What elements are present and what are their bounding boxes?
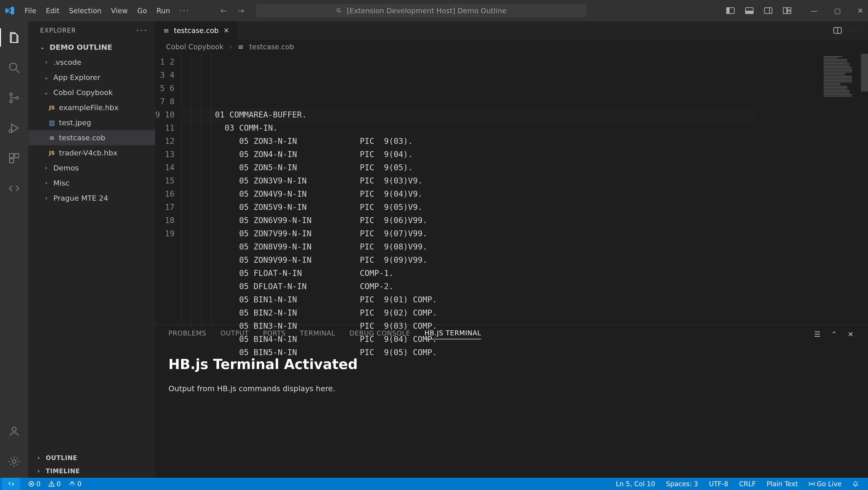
nav-forward-icon[interactable]: →: [238, 6, 244, 15]
tree-root[interactable]: ⌄ DEMO OUTLINE: [28, 40, 155, 55]
close-icon[interactable]: ✕: [857, 7, 863, 15]
chevron-right-icon: ›: [35, 455, 42, 461]
tree-folder[interactable]: ›Misc: [28, 175, 155, 191]
editor-area: ≡ testcase.cob ✕ ··· Cobol Copybook › ≡ …: [155, 21, 868, 478]
editor-tab-actions: ···: [833, 21, 868, 40]
toggle-primary-sidebar-icon[interactable]: [726, 7, 735, 14]
status-ports[interactable]: 0: [69, 480, 82, 488]
tree-item-label: test.jpeg: [59, 118, 91, 127]
layout-controls: [726, 7, 792, 14]
search-activity-icon[interactable]: [7, 61, 21, 74]
breadcrumb-separator-icon: ›: [229, 43, 232, 51]
status-errors-count: 0: [36, 480, 40, 488]
svg-line-1: [340, 11, 341, 12]
explorer-sidebar: EXPLORER ··· ⌄ DEMO OUTLINE ›.vscode⌄App…: [28, 21, 155, 478]
chevron-right-icon: ›: [42, 59, 50, 66]
extensions-icon[interactable]: [7, 152, 21, 165]
tree-item-label: Prague MTE 24: [53, 194, 108, 202]
minimize-icon[interactable]: —: [811, 7, 818, 15]
status-notifications-icon[interactable]: [852, 481, 859, 487]
settings-gear-icon[interactable]: [7, 455, 21, 468]
status-ports-count: 0: [78, 480, 82, 488]
run-debug-icon[interactable]: [7, 121, 21, 135]
status-ln-col[interactable]: Ln 5, Col 10: [616, 480, 655, 488]
svg-point-31: [811, 483, 812, 484]
explorer-more-icon[interactable]: ···: [136, 26, 148, 35]
customize-layout-icon[interactable]: [782, 7, 792, 14]
code-content[interactable]: 01 COMMAREA-BUFFER. 03 COMM-IN. 05 ZON3-…: [181, 54, 817, 324]
hbjs-icon[interactable]: [7, 182, 21, 195]
accounts-icon[interactable]: [7, 424, 21, 438]
tree-folder[interactable]: ›Demos: [28, 160, 155, 175]
tree-item-label: Cobol Copybook: [53, 88, 113, 97]
maximize-icon[interactable]: ▢: [834, 7, 841, 15]
status-spaces[interactable]: Spaces: 3: [666, 480, 698, 488]
breadcrumb[interactable]: Cobol Copybook › ≡ testcase.cob: [155, 40, 868, 54]
tree-root-label: DEMO OUTLINE: [50, 43, 112, 52]
status-warnings-count: 0: [57, 480, 61, 488]
status-bar: 0 0 0 Ln 5, Col 10 Spaces: 3 UTF-8 CRLF …: [0, 478, 868, 490]
svg-point-21: [12, 427, 16, 431]
title-bar: File Edit Selection View Go Run ··· ← → …: [0, 0, 868, 21]
status-encoding[interactable]: UTF-8: [709, 480, 728, 488]
line-numbers: 1 2 3 4 5 6 7 8 9 10 11 12 13 14 15 16 1…: [155, 54, 181, 324]
remote-indicator-icon[interactable]: [2, 478, 20, 490]
status-eol[interactable]: CRLF: [739, 480, 756, 488]
tree-item-label: Misc: [53, 179, 69, 187]
tree-file[interactable]: JSexampleFile.hbx: [28, 100, 155, 115]
editor-scrollbar[interactable]: [860, 54, 868, 324]
toggle-secondary-sidebar-icon[interactable]: [764, 7, 773, 14]
status-go-live[interactable]: Go Live: [809, 480, 842, 488]
command-center[interactable]: [Extension Development Host] Demo Outlin…: [256, 4, 586, 17]
tree-item-label: Demos: [53, 164, 79, 172]
toggle-panel-icon[interactable]: [745, 7, 754, 14]
menu-run[interactable]: Run: [156, 7, 170, 15]
tab-close-icon[interactable]: ✕: [223, 26, 229, 35]
source-control-icon[interactable]: [7, 91, 21, 105]
tree-item-label: trader-V4cb.hbx: [59, 149, 118, 157]
tree-folder[interactable]: ⌄App Explorer: [28, 70, 155, 85]
menu-selection[interactable]: Selection: [69, 7, 101, 15]
file-tree[interactable]: ⌄ DEMO OUTLINE ›.vscode⌄App Explorer⌄Cob…: [28, 40, 155, 451]
tree-folder[interactable]: ›.vscode: [28, 55, 155, 70]
current-line-highlight: [181, 108, 756, 121]
status-warnings[interactable]: 0: [49, 480, 61, 488]
svg-point-22: [12, 460, 16, 463]
breadcrumb-file[interactable]: testcase.cob: [249, 43, 294, 51]
tree-file[interactable]: ▥test.jpeg: [28, 115, 155, 130]
tree-item-label: testcase.cob: [59, 133, 105, 142]
tree-item-label: App Explorer: [53, 73, 100, 81]
code-editor[interactable]: 1 2 3 4 5 6 7 8 9 10 11 12 13 14 15 16 1…: [155, 54, 868, 324]
panel-maximize-icon[interactable]: ⌃: [831, 330, 837, 338]
chevron-down-icon: ⌄: [42, 74, 50, 80]
outline-section[interactable]: ›OUTLINE: [28, 451, 155, 464]
tree-file[interactable]: JStrader-V4cb.hbx: [28, 145, 155, 160]
minimap[interactable]: [817, 54, 860, 324]
tab-testcase[interactable]: ≡ testcase.cob ✕: [155, 21, 238, 40]
panel-close-icon[interactable]: ✕: [848, 330, 854, 338]
tree-file[interactable]: ≡testcase.cob: [28, 130, 155, 145]
editor-more-icon[interactable]: ···: [852, 29, 859, 32]
sidebar-bottom-sections: ›OUTLINE ›TIMELINE: [28, 451, 155, 478]
tree-folder[interactable]: ›Prague MTE 24: [28, 191, 155, 206]
status-language[interactable]: Plain Text: [767, 480, 798, 488]
menu-edit[interactable]: Edit: [46, 7, 59, 15]
status-go-live-label: Go Live: [817, 480, 842, 488]
status-errors[interactable]: 0: [28, 480, 40, 488]
scrollbar-thumb[interactable]: [861, 54, 868, 92]
menu-more-icon[interactable]: ···: [180, 7, 190, 15]
nav-back-icon[interactable]: ←: [220, 6, 227, 15]
tree-folder[interactable]: ⌄Cobol Copybook: [28, 85, 155, 100]
window-title: [Extension Development Host] Demo Outlin…: [347, 7, 506, 15]
timeline-section[interactable]: ›TIMELINE: [28, 464, 155, 478]
svg-rect-18: [9, 154, 13, 158]
activity-bar: [0, 21, 28, 478]
menu-view[interactable]: View: [111, 7, 128, 15]
chevron-right-icon: ›: [42, 165, 50, 171]
menu-file[interactable]: File: [25, 7, 36, 15]
split-editor-icon[interactable]: [833, 27, 842, 34]
menu-go[interactable]: Go: [137, 7, 147, 15]
explorer-icon[interactable]: [7, 31, 21, 44]
editor-tabs: ≡ testcase.cob ✕ ···: [155, 21, 868, 40]
breadcrumb-folder[interactable]: Cobol Copybook: [166, 43, 224, 51]
